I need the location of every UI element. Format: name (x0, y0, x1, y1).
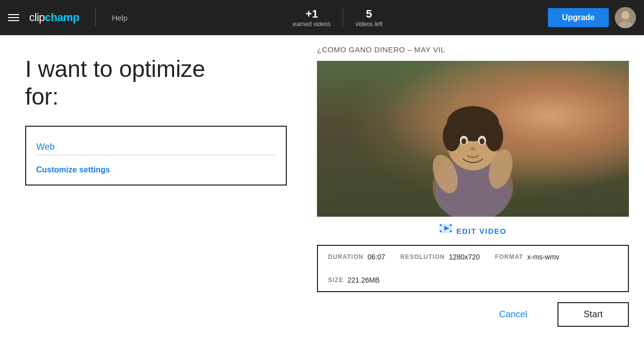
svg-point-3 (622, 11, 629, 19)
upgrade-button[interactable]: Upgrade (548, 8, 609, 27)
main-content: I want to optimize for: Web Mobile Deskt… (0, 35, 644, 362)
earned-count: +1 (293, 8, 331, 21)
customize-link[interactable]: Customize settings (36, 165, 276, 174)
format-label: FORMAT (495, 253, 523, 260)
logo-clip-text: clip (29, 11, 45, 24)
optimize-heading: I want to optimize for: (25, 55, 287, 111)
format-value: x-ms-wmv (527, 253, 559, 261)
left-panel: I want to optimize for: Web Mobile Deskt… (0, 35, 307, 362)
avatar[interactable] (615, 7, 636, 28)
right-panel: ¿COMO GANO DINERO – MAY VIL (307, 35, 644, 362)
video-title: ¿COMO GANO DINERO – MAY VIL (317, 45, 629, 54)
videos-left-label: videos left (355, 21, 382, 28)
size-label: SIZE (328, 277, 344, 284)
header-divider (95, 9, 96, 27)
resolution-item: RESOLUTION 644x362 (400, 253, 479, 261)
svg-point-13 (461, 138, 466, 144)
header-left: clipchamp Help (8, 9, 127, 27)
videos-left-block: 5 videos left (343, 8, 394, 28)
svg-point-23 (450, 230, 452, 232)
edit-video-row: EDIT VIDEO (317, 222, 629, 240)
edit-video-icon (439, 224, 452, 238)
duration-label: DURATION (328, 253, 363, 260)
duration-item: DURATION 06:07 (328, 253, 385, 261)
size-item: SIZE 221.26MB (328, 276, 380, 284)
resolution-label: RESOLUTION (400, 253, 445, 260)
header-right: Upgrade (548, 7, 636, 28)
svg-point-10 (485, 121, 503, 151)
action-row: Cancel Start (317, 297, 629, 327)
size-value: 221.26MB (348, 276, 380, 284)
svg-point-20 (440, 224, 442, 226)
start-button[interactable]: Start (557, 302, 629, 327)
help-link[interactable]: Help (112, 14, 127, 22)
svg-point-15 (470, 147, 475, 151)
logo[interactable]: clipchamp (29, 11, 79, 24)
video-info-box: DURATION 06:07 RESOLUTION 644x362 FORMA… (317, 245, 629, 292)
optimize-box: Web Mobile Desktop 4K Customize settings (25, 126, 287, 186)
videos-left-count: 5 (355, 8, 382, 21)
edit-video-link[interactable]: EDIT VIDEO (456, 227, 507, 235)
cancel-button[interactable]: Cancel (489, 304, 537, 325)
heading-line2: for: (25, 83, 58, 110)
svg-point-9 (443, 121, 461, 151)
app-header: clipchamp Help +1 earned videos 5 videos… (0, 0, 644, 35)
person-silhouette (418, 86, 528, 217)
svg-point-21 (450, 224, 452, 226)
svg-point-14 (479, 138, 485, 144)
video-preview (317, 61, 629, 217)
heading-line1: I want to optimize (25, 56, 205, 82)
header-center: +1 earned videos 5 videos left (127, 8, 548, 28)
logo-champ-text: champ (45, 11, 79, 24)
optimize-select[interactable]: Web Mobile Desktop 4K (36, 139, 276, 155)
resolution-value: 644x362 (449, 253, 480, 261)
svg-point-22 (440, 230, 442, 232)
menu-icon[interactable] (8, 14, 19, 21)
earned-label: earned videos (293, 21, 331, 28)
duration-value: 06:07 (367, 253, 385, 261)
format-item: FORMAT x-ms-wmv (495, 253, 559, 261)
earned-videos-block: +1 earned videos (281, 8, 343, 28)
